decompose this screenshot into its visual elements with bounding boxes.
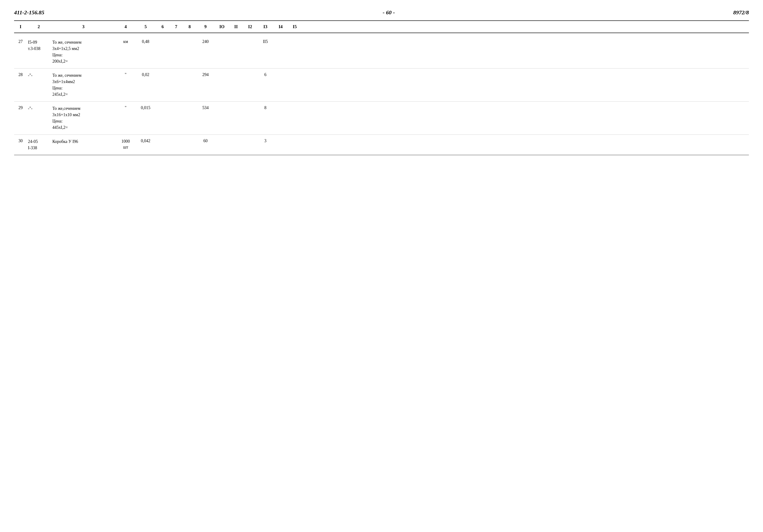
row28-col1: 28 <box>14 72 27 78</box>
col-header-3: 3 <box>51 23 116 30</box>
row28-col5: 0,02 <box>135 72 156 78</box>
header-center: - 60 - <box>383 9 395 16</box>
col-header-10: IO <box>215 23 229 30</box>
row30-col5: 0,042 <box>135 138 156 144</box>
row30-col11 <box>229 138 243 139</box>
row29-col3: То же,сечением3x16+1x10 мм2Цена:445xI,2= <box>51 105 116 131</box>
table-row: 30 24-05I-338 Коробка У I96 1000шт 0,042… <box>14 134 749 155</box>
row28-col10 <box>215 72 229 73</box>
row30-col10 <box>215 138 229 139</box>
row30-col7 <box>169 138 183 139</box>
row30-col15 <box>288 138 302 139</box>
row27-col13: II5 <box>257 39 273 44</box>
row30-col14 <box>273 138 288 139</box>
header-left: 411-2-156.85 <box>14 9 45 16</box>
row28-col8 <box>183 72 196 73</box>
row28-col2: -"- <box>27 72 51 79</box>
row30-col12 <box>243 138 257 139</box>
column-headers: I 2 3 4 5 6 7 8 9 IO II I2 I3 I4 I5 <box>14 21 749 33</box>
row30-col3: Коробка У I96 <box>51 138 116 145</box>
row29-col8 <box>183 105 196 106</box>
row29-col12 <box>243 105 257 106</box>
col-header-13: I3 <box>257 23 273 30</box>
row27-col14 <box>273 39 288 40</box>
row27-col7 <box>169 39 183 40</box>
row29-col9: 534 <box>196 105 215 111</box>
row27-col10 <box>215 39 229 40</box>
table-row: 28 -"- То же, сечением3x6+1x4мм2Цена:245… <box>14 68 749 101</box>
row29-col14 <box>273 105 288 106</box>
row27-col4: км <box>116 39 135 44</box>
row29-col2: -"- <box>27 105 51 112</box>
row30-col2: 24-05I-338 <box>27 138 51 152</box>
row30-col8 <box>183 138 196 139</box>
col-header-5: 5 <box>135 23 156 30</box>
row29-col10 <box>215 105 229 106</box>
row27-col11 <box>229 39 243 40</box>
row29-col11 <box>229 105 243 106</box>
table-row: 29 -"- То же,сечением3x16+1x10 мм2Цена:4… <box>14 101 749 134</box>
row29-col7 <box>169 105 183 106</box>
row29-col15 <box>288 105 302 106</box>
header-right: 8972/8 <box>733 9 749 16</box>
row29-col1: 29 <box>14 105 27 111</box>
row28-col15 <box>288 72 302 73</box>
row27-col2: I5-09т.3-038 <box>27 39 51 52</box>
row28-col3: То же, сечением3x6+1x4мм2Цена:245xI,2= <box>51 72 116 98</box>
row28-col6 <box>156 72 169 73</box>
row30-col9: 60 <box>196 138 215 144</box>
table-body: 27 I5-09т.3-038 То же, сечением3x4+1x2,5… <box>14 33 749 155</box>
row30-col1: 30 <box>14 138 27 144</box>
row29-col5: 0,015 <box>135 105 156 111</box>
col-header-8: 8 <box>183 23 196 30</box>
col-header-11: II <box>229 23 243 30</box>
row28-col12 <box>243 72 257 73</box>
row28-col9: 294 <box>196 72 215 78</box>
row27-col3: То же, сечением3x4+1x2,5 мм2Цена:200xI,2… <box>51 39 116 65</box>
row28-col13: 6 <box>257 72 273 78</box>
table-row: 27 I5-09т.3-038 То же, сечением3x4+1x2,5… <box>14 36 749 68</box>
row27-col1: 27 <box>14 39 27 44</box>
row27-col12 <box>243 39 257 40</box>
col-header-4: 4 <box>116 23 135 30</box>
row30-col13: 3 <box>257 138 273 144</box>
row28-col14 <box>273 72 288 73</box>
row30-col4: 1000шт <box>116 138 135 151</box>
col-header-7: 7 <box>169 23 183 30</box>
row27-col15 <box>288 39 302 40</box>
main-table: I 2 3 4 5 6 7 8 9 IO II I2 I3 I4 I5 27 I… <box>14 20 749 155</box>
row28-col4: " <box>116 72 135 78</box>
row30-col6 <box>156 138 169 139</box>
col-header-14: I4 <box>273 23 288 30</box>
row27-col9: 240 <box>196 39 215 44</box>
row29-col4: " <box>116 105 135 111</box>
col-header-9: 9 <box>196 23 215 30</box>
row27-col8 <box>183 39 196 40</box>
row28-col7 <box>169 72 183 73</box>
row29-col13: 8 <box>257 105 273 111</box>
col-header-1: I <box>14 23 27 30</box>
row27-col6 <box>156 39 169 40</box>
row27-col5: 0,48 <box>135 39 156 44</box>
col-header-12: I2 <box>243 23 257 30</box>
col-header-6: 6 <box>156 23 169 30</box>
col-header-2: 2 <box>27 23 51 30</box>
col-header-15: I5 <box>288 23 302 30</box>
row28-col11 <box>229 72 243 73</box>
row29-col6 <box>156 105 169 106</box>
